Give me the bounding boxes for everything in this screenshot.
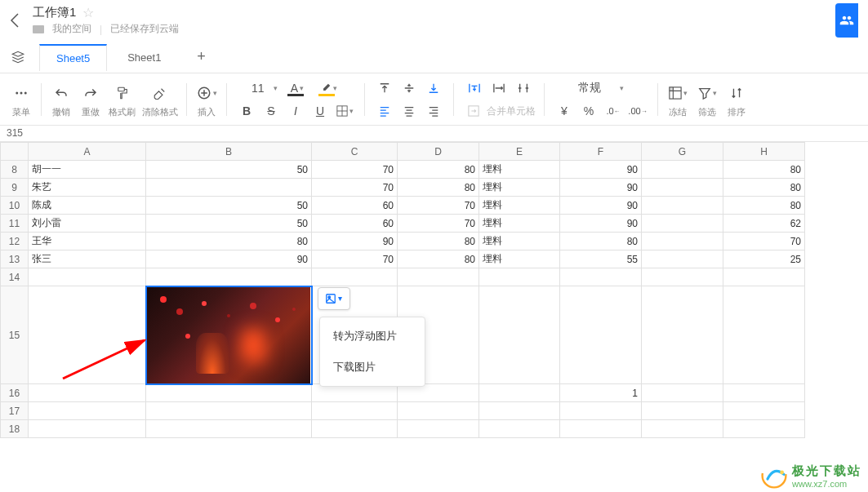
- cell[interactable]: 80: [146, 233, 312, 250]
- bold-button[interactable]: B: [235, 100, 258, 122]
- cell[interactable]: [642, 215, 723, 233]
- column-header[interactable]: G: [642, 143, 723, 161]
- cell[interactable]: 60: [312, 215, 398, 233]
- cell[interactable]: [642, 268, 723, 286]
- filter-button[interactable]: ▾: [696, 82, 719, 104]
- cell[interactable]: [560, 286, 642, 384]
- cell[interactable]: [479, 268, 560, 286]
- freeze-button[interactable]: ▾: [666, 82, 689, 104]
- cell[interactable]: [29, 268, 146, 286]
- cell[interactable]: [479, 420, 560, 438]
- cell[interactable]: 62: [723, 215, 805, 233]
- cell[interactable]: [29, 402, 146, 420]
- cell-reference[interactable]: 315: [0, 126, 868, 142]
- cell[interactable]: ▾转为浮动图片下载图片: [146, 286, 312, 384]
- cell[interactable]: [29, 286, 146, 384]
- cell[interactable]: [642, 250, 723, 268]
- cell[interactable]: [642, 161, 723, 179]
- align-left-button[interactable]: [373, 100, 396, 122]
- cell[interactable]: 80: [398, 250, 479, 268]
- underline-button[interactable]: U: [309, 100, 332, 122]
- cell[interactable]: 90: [312, 233, 398, 250]
- cell[interactable]: [312, 384, 398, 402]
- sheet-tab-sheet1[interactable]: Sheet1: [110, 43, 178, 70]
- fill-color-button[interactable]: ▾: [314, 77, 343, 100]
- cell[interactable]: [398, 268, 479, 286]
- back-button[interactable]: [10, 12, 20, 29]
- cell[interactable]: 陈成: [29, 197, 146, 215]
- insert-button[interactable]: ▾: [195, 82, 218, 104]
- valign-middle-button[interactable]: [398, 77, 421, 100]
- align-center-button[interactable]: [398, 100, 421, 122]
- column-header[interactable]: H: [723, 143, 805, 161]
- cell[interactable]: [398, 402, 479, 420]
- decrease-decimal-button[interactable]: .0←: [602, 100, 625, 122]
- cell[interactable]: 70: [398, 197, 479, 215]
- cell[interactable]: [29, 420, 146, 438]
- cell[interactable]: [642, 286, 723, 384]
- undo-button[interactable]: [50, 82, 73, 104]
- column-header[interactable]: C: [312, 143, 398, 161]
- clip-button[interactable]: [512, 77, 535, 100]
- menu-item-convert-floating[interactable]: 转为浮动图片: [320, 321, 425, 352]
- column-header[interactable]: B: [146, 143, 312, 161]
- cell[interactable]: [398, 420, 479, 438]
- menu-item-download-image[interactable]: 下载图片: [320, 352, 425, 383]
- column-header[interactable]: F: [560, 143, 642, 161]
- spreadsheet-grid[interactable]: ABCDEFGH8胡一一507080埋料90809朱艺7080埋料908010陈…: [0, 142, 805, 438]
- share-button[interactable]: [835, 3, 858, 38]
- cell[interactable]: 80: [398, 161, 479, 179]
- row-header[interactable]: 17: [1, 402, 29, 420]
- cell[interactable]: [723, 384, 805, 402]
- cell[interactable]: 90: [560, 197, 642, 215]
- format-painter-button[interactable]: [111, 82, 134, 104]
- cell[interactable]: 70: [312, 179, 398, 197]
- cell[interactable]: [146, 420, 312, 438]
- cell[interactable]: 1: [560, 384, 642, 402]
- image-toolbar[interactable]: ▾: [318, 287, 350, 310]
- valign-bottom-button[interactable]: [422, 77, 445, 100]
- cell[interactable]: [146, 402, 312, 420]
- cell[interactable]: 埋料: [479, 197, 560, 215]
- folder-name[interactable]: 我的空间: [52, 22, 91, 36]
- italic-button[interactable]: I: [284, 100, 307, 122]
- row-header[interactable]: 10: [1, 197, 29, 215]
- cell[interactable]: 60: [312, 197, 398, 215]
- cell[interactable]: 埋料: [479, 233, 560, 250]
- add-sheet-button[interactable]: +: [188, 44, 214, 70]
- row-header[interactable]: 12: [1, 233, 29, 250]
- cell[interactable]: 朱艺: [29, 179, 146, 197]
- number-format-select[interactable]: 常规 ▾: [573, 77, 629, 100]
- cell[interactable]: 50: [146, 161, 312, 179]
- document-title[interactable]: 工作簿1: [33, 5, 76, 20]
- star-icon[interactable]: ☆: [82, 5, 94, 20]
- cell[interactable]: [642, 197, 723, 215]
- cell[interactable]: 王华: [29, 233, 146, 250]
- cell[interactable]: [479, 402, 560, 420]
- cell[interactable]: 80: [723, 179, 805, 197]
- wrap-button[interactable]: [463, 77, 486, 100]
- select-all-corner[interactable]: [1, 143, 29, 161]
- cell[interactable]: 70: [312, 250, 398, 268]
- cell[interactable]: 埋料: [479, 179, 560, 197]
- cell[interactable]: [312, 420, 398, 438]
- cell[interactable]: 刘小雷: [29, 215, 146, 233]
- text-color-button[interactable]: A▾: [283, 77, 312, 100]
- cell[interactable]: [312, 402, 398, 420]
- cell[interactable]: [146, 179, 312, 197]
- column-header[interactable]: D: [398, 143, 479, 161]
- cell[interactable]: 50: [146, 197, 312, 215]
- cell[interactable]: [312, 268, 398, 286]
- cell[interactable]: [723, 402, 805, 420]
- clear-format-button[interactable]: [149, 82, 171, 104]
- cell[interactable]: 80: [723, 197, 805, 215]
- strikethrough-button[interactable]: S: [260, 100, 283, 122]
- cell[interactable]: 80: [723, 161, 805, 179]
- cell[interactable]: 埋料: [479, 161, 560, 179]
- cell[interactable]: [642, 420, 723, 438]
- cell[interactable]: 80: [398, 179, 479, 197]
- currency-button[interactable]: ¥: [553, 100, 576, 122]
- cell[interactable]: 25: [723, 250, 805, 268]
- cell[interactable]: [146, 384, 312, 402]
- cell[interactable]: 90: [560, 161, 642, 179]
